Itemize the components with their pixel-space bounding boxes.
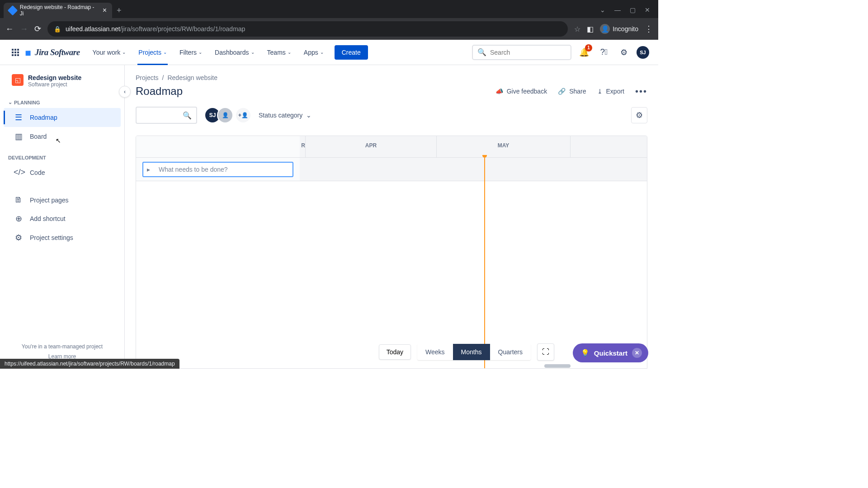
sidebar-collapse-button[interactable]: ‹ [119,86,131,98]
sidebar-item-roadmap[interactable]: ☰ Roadmap [4,108,121,127]
avatar-unassigned[interactable]: 👤 [217,107,233,123]
section-development: DEVELOPMENT [4,152,121,163]
browser-tab[interactable]: Redesign website - Roadmap - Ji × [4,3,112,18]
nav-teams[interactable]: Teams⌄ [263,40,296,65]
export-icon: ⤓ [597,88,603,95]
sidebar-item-label: Project settings [30,234,73,241]
forward-button[interactable]: → [20,24,28,34]
zoom-quarters[interactable]: Quarters [490,344,531,360]
breadcrumb: Projects / Redesign website [136,74,647,81]
nav-dashboards[interactable]: Dashboards⌄ [210,40,259,65]
code-icon: </> [14,168,24,177]
search-input[interactable] [490,49,569,56]
breadcrumb-projects[interactable]: Projects [136,74,159,81]
browser-tab-strip: Redesign website - Roadmap - Ji × + ⌄ — … [0,0,658,18]
gear-icon: ⚙ [14,233,24,243]
gear-icon: ⚙ [620,47,627,57]
add-people-button[interactable]: +👤 [235,107,251,123]
project-name: Redesign website [28,74,81,81]
sidebar-item-pages[interactable]: 🗎 Project pages [4,191,121,209]
view-settings-button[interactable]: ⚙ [631,107,647,123]
status-category-filter[interactable]: Status category ⌄ [259,112,311,119]
nav-filters[interactable]: Filters⌄ [175,40,207,65]
create-epic-row: ▸ [136,158,647,181]
chevron-down-icon: ⌄ [198,50,202,55]
window-close-icon[interactable]: ✕ [645,6,650,14]
create-button[interactable]: Create [335,45,368,60]
export-button[interactable]: ⤓Export [597,88,624,95]
section-planning[interactable]: ⌄PLANNING [4,97,121,108]
sidebar-item-settings[interactable]: ⚙ Project settings [4,228,121,247]
roadmap-toolbar: 🔍 SJ 👤 +👤 Status category ⌄ ⚙ [136,107,647,124]
more-actions-button[interactable]: ••• [635,86,647,97]
tab-search-icon[interactable]: ⌄ [600,6,605,14]
nav-projects[interactable]: Projects⌄ [134,40,171,65]
sliders-icon: ⚙ [636,110,643,120]
lock-icon: 🔒 [54,26,61,33]
sidebar-item-label: Project pages [30,197,69,204]
browser-menu-icon[interactable]: ⋮ [645,24,653,34]
profile-avatar[interactable]: SJ [637,46,649,59]
search-icon: 🔍 [477,48,486,56]
quickstart-button[interactable]: 💡 Quickstart ✕ [573,343,648,362]
nav-apps[interactable]: Apps⌄ [299,40,328,65]
window-minimize-icon[interactable]: — [614,6,621,14]
zoom-weeks[interactable]: Weeks [417,344,453,360]
jira-logo-text: Jira Software [35,47,80,57]
project-icon: ◱ [12,74,24,86]
back-button[interactable]: ← [5,24,14,34]
create-epic-input[interactable] [142,162,293,177]
share-icon: 🔗 [558,88,566,95]
settings-button[interactable]: ⚙ [617,45,631,60]
today-marker [484,158,485,368]
jira-mark-icon: ◆ [23,46,35,59]
address-bar[interactable]: 🔒 uifeed.atlassian.net/jira/software/pro… [47,21,568,37]
jira-logo[interactable]: ◆ Jira Software [25,47,80,58]
incognito-label: Incognito [613,25,638,33]
today-button[interactable]: Today [379,344,411,360]
project-header[interactable]: ◱ Redesign website Software project [4,74,121,97]
browser-toolbar: ← → ⟳ 🔒 uifeed.atlassian.net/jira/softwa… [0,18,658,40]
tab-close-icon[interactable]: × [103,6,107,14]
add-icon: ⊕ [14,214,24,224]
incognito-indicator[interactable]: 👤 Incognito [600,24,638,34]
add-person-icon: +👤 [238,112,248,118]
chevron-down-icon: ⌄ [306,112,311,119]
sidebar-item-board[interactable]: ▥ Board [4,127,121,146]
extensions-icon[interactable]: ◧ [587,25,594,33]
assignee-filter: SJ 👤 +👤 [204,107,251,123]
share-button[interactable]: 🔗Share [558,88,586,95]
project-type: Software project [28,81,81,88]
roadmap-search[interactable]: 🔍 [136,107,197,124]
breadcrumb-project-name[interactable]: Redesign website [167,74,217,81]
sidebar: ‹ ◱ Redesign website Software project ⌄P… [0,65,125,369]
bookmark-icon[interactable]: ☆ [574,25,580,33]
reload-button[interactable]: ⟳ [34,24,41,34]
nav-your-work[interactable]: Your work⌄ [88,40,131,65]
main-content: Projects / Redesign website Roadmap 📣Giv… [125,65,658,369]
lightbulb-icon: 💡 [581,349,590,357]
timeline: R APR MAY ▸ [136,136,647,369]
window-maximize-icon[interactable]: ▢ [630,6,636,14]
notifications-button[interactable]: 🔔 1 [577,45,591,60]
app-switcher-icon[interactable] [9,46,22,59]
new-tab-button[interactable]: + [117,6,122,18]
fullscreen-button[interactable]: ⛶ [537,343,554,361]
zoom-level-group: Weeks Months Quarters [417,344,531,360]
horizontal-scrollbar[interactable] [544,364,571,368]
sidebar-item-code[interactable]: </> Code [4,163,121,182]
incognito-icon: 👤 [600,24,610,34]
month-apr: APR [305,136,436,157]
sidebar-item-shortcut[interactable]: ⊕ Add shortcut [4,209,121,228]
browser-status-bar: https://uifeed.atlassian.net/jira/softwa… [0,359,179,369]
month-may: MAY [436,136,570,157]
chevron-down-icon: ⌄ [122,50,126,55]
month-mar: R [300,136,305,157]
roadmap-icon: ☰ [14,113,24,122]
quickstart-close-icon[interactable]: ✕ [632,348,642,358]
give-feedback-button[interactable]: 📣Give feedback [495,88,547,95]
zoom-months[interactable]: Months [453,344,490,360]
tab-favicon [8,5,18,16]
global-search[interactable]: 🔍 [472,45,571,60]
help-button[interactable]: ?⃝ [597,45,611,60]
